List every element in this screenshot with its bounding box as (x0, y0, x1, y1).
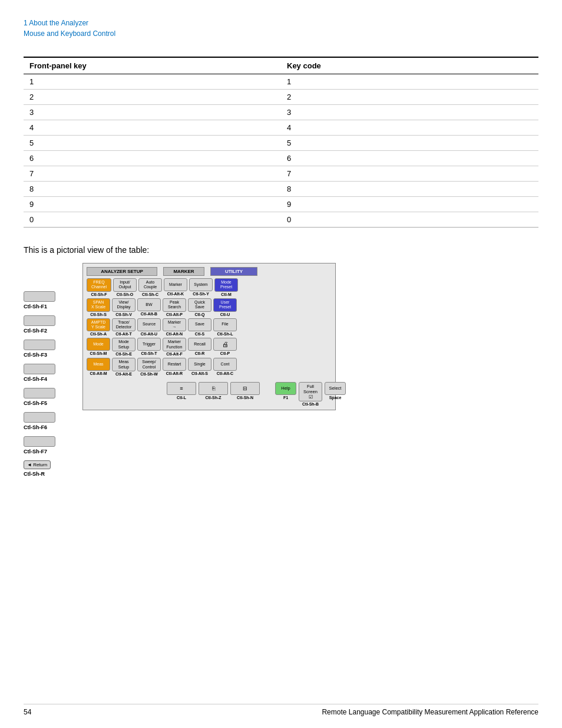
recall-button[interactable]: Recall (188, 338, 211, 351)
key-code: 8 (281, 182, 538, 197)
trace-detector-shortcut: Ctl-Alt-T (115, 332, 132, 336)
btn-peak-search: Peak Search Ctl-Alt-P (163, 298, 186, 317)
help-button[interactable]: Help (275, 382, 296, 395)
system-shortcut: Ctl-Sh-Y (193, 292, 209, 296)
ctl-l-button[interactable]: ≡ (167, 382, 196, 395)
amptd-shortcut: Ctl-Sh-A (90, 332, 107, 336)
btn-mode: Mode Ctl-Sh-M (87, 338, 110, 355)
mode-setup-button[interactable]: Mode Setup (112, 338, 135, 351)
breadcrumb-part1: 1 About the Analyzer (24, 19, 88, 27)
panel-row-2: SPAN X Scale Ctl-Sh-S View/ Display Ctl-… (87, 298, 332, 317)
return-button[interactable]: ◄ Return (24, 460, 51, 469)
quick-save-button[interactable]: Quick Save (188, 298, 211, 312)
key-code: 4 (281, 120, 538, 136)
ctl-sh-z-shortcut: Ctl-Sh-Z (205, 396, 221, 400)
fkey-btn-3[interactable] (24, 340, 55, 350)
key-code: 7 (281, 166, 538, 182)
view-display-button[interactable]: View/ Display (112, 298, 135, 312)
span-button[interactable]: SPAN X Scale (87, 298, 110, 312)
bw-shortcut: Ctl-Alt-B (141, 312, 157, 316)
mode-button[interactable]: Mode (87, 338, 110, 351)
user-preset-button[interactable]: User Preset (213, 298, 237, 312)
span-shortcut: Ctl-Sh-S (90, 312, 107, 317)
meas-setup-shortcut: Ctl-Alt-E (115, 372, 132, 376)
fkey-btn-4[interactable] (24, 364, 55, 374)
trace-detector-button[interactable]: Trace/ Detector (112, 318, 135, 332)
breadcrumb: 1 About the Analyzer Mouse and Keyboard … (24, 18, 538, 39)
front-panel-key: 8 (24, 182, 281, 197)
marker-arrow-button[interactable]: Marker → (163, 318, 186, 332)
ctl-sh-n-button[interactable]: ⊟ (230, 382, 260, 395)
btn-marker-arrow: Marker → Ctl-Alt-N (163, 318, 186, 337)
meas-setup-button[interactable]: Meas Setup (112, 358, 135, 371)
mode-preset-shortcut: Ctl-M (221, 292, 232, 297)
btn-ctl-l: ≡ Ctl-L (167, 382, 196, 400)
fkey-label-6: Ctl-Sh-F6 (24, 424, 47, 430)
fkey-label-2: Ctl-Sh-F2 (24, 328, 47, 334)
front-panel-key: 6 (24, 151, 281, 166)
fkey-btn-7[interactable] (24, 436, 55, 447)
section-headers: ANALYZER SETUP MARKER UTILITY (87, 267, 332, 276)
btn-source: Source Ctl-Alt-U (137, 318, 161, 336)
select-button[interactable]: Select (325, 382, 346, 395)
print-button[interactable]: 🖨 (213, 338, 237, 351)
fkey-btn-1[interactable] (24, 291, 55, 302)
page-number: 54 (24, 708, 31, 716)
btn-quick-save: Quick Save Ctl-Q (188, 298, 211, 317)
print-shortcut: Ctl-P (220, 351, 230, 355)
btn-input-output: Input/ Output Ctl-Sh-O (113, 278, 137, 297)
btn-select: Select Space (325, 382, 346, 406)
peak-search-button[interactable]: Peak Search (163, 298, 186, 312)
sweep-control-button[interactable]: Sweep/ Control (137, 358, 161, 371)
amptd-button[interactable]: AMPTD Y Scale (87, 318, 110, 332)
ctl-sh-z-button[interactable]: ⎘ (199, 382, 228, 395)
marker-button[interactable]: Marker (164, 278, 187, 291)
panel-row-3: AMPTD Y Scale Ctl-Sh-A Trace/ Detector C… (87, 318, 332, 337)
analyzer-setup-title: ANALYZER SETUP (87, 267, 157, 276)
auto-couple-button[interactable]: Auto Couple (138, 278, 162, 292)
input-output-button[interactable]: Input/ Output (113, 278, 137, 292)
source-button[interactable]: Source (137, 318, 161, 331)
btn-meas-setup: Meas Setup Ctl-Alt-E (112, 358, 135, 376)
file-button[interactable]: File (213, 318, 237, 331)
fkey-btn-5[interactable] (24, 388, 55, 398)
fkey-row-1: Ctl-Sh-F1 (24, 291, 82, 309)
marker-function-button[interactable]: Marker Function (163, 338, 186, 351)
fkey-panel: Ctl-Sh-F1 Ctl-Sh-F2 Ctl-Sh-F3 Ctl-Sh-F4 … (24, 263, 82, 477)
btn-mode-preset: Mode Preset Ctl-M (214, 278, 238, 297)
key-table: Front-panel key Key code 112233445566778… (24, 57, 538, 228)
meas-button[interactable]: Meas (87, 358, 110, 371)
fkey-row-7: Ctl-Sh-F7 (24, 436, 82, 454)
fkey-btn-2[interactable] (24, 315, 55, 326)
cont-shortcut: Ctl-Alt-C (217, 371, 233, 375)
restart-shortcut: Ctl-Alt-R (166, 371, 183, 375)
btn-user-preset: User Preset Ctl-U (213, 298, 237, 317)
btn-print: 🖨 Ctl-P (213, 338, 237, 355)
key-code: 2 (281, 90, 538, 105)
button-rows: FREQ Channel Ctl-Sh-F Input/ Output Ctl-… (87, 278, 332, 376)
btn-mode-setup: Mode Setup Ctl-Sh-E (112, 338, 135, 356)
key-table-section: Front-panel key Key code 112233445566778… (24, 57, 538, 228)
input-output-shortcut: Ctl-Sh-O (117, 292, 133, 297)
key-code: 3 (281, 105, 538, 120)
mode-preset-button[interactable]: Mode Preset (214, 278, 238, 292)
save-button[interactable]: Save (188, 318, 211, 331)
single-button[interactable]: Single (188, 358, 211, 371)
full-screen-shortcut: Ctl-Sh-B (302, 402, 319, 406)
mode-setup-shortcut: Ctl-Sh-E (115, 352, 132, 356)
cont-button[interactable]: Cont (213, 358, 237, 371)
col2-header: Key code (281, 57, 538, 74)
system-button[interactable]: System (189, 278, 213, 291)
trigger-shortcut: Ctl-Sh-T (141, 351, 157, 355)
btn-single: Single Ctl-Alt-S (188, 358, 211, 375)
bw-button[interactable]: BW (137, 298, 161, 311)
restart-button[interactable]: Restart (163, 358, 186, 371)
fkey-row-2: Ctl-Sh-F2 (24, 315, 82, 334)
fkey-row-3: Ctl-Sh-F3 (24, 340, 82, 358)
freq-channel-button[interactable]: FREQ Channel (87, 278, 111, 292)
user-preset-shortcut: Ctl-U (220, 312, 230, 317)
fkey-btn-6[interactable] (24, 412, 55, 423)
full-screen-button[interactable]: Full Screen ☑ (299, 382, 322, 401)
front-panel-key: 1 (24, 74, 281, 90)
trigger-button[interactable]: Trigger (137, 338, 161, 351)
